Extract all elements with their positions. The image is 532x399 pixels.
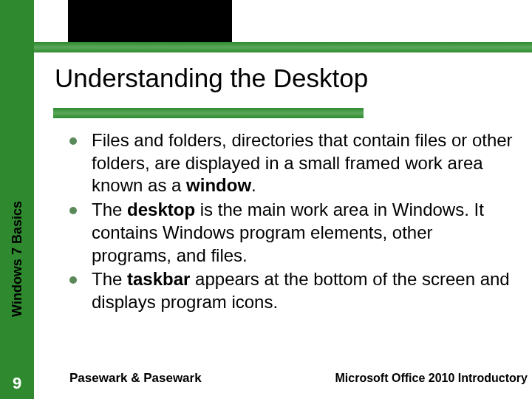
footer-left: Pasewark & Pasewark: [69, 371, 202, 386]
footer: Pasewark & Pasewark Microsoft Office 201…: [69, 371, 528, 386]
slide: Windows 7 Basics 9 Understanding the Des…: [0, 0, 532, 399]
bullet-icon: [69, 276, 77, 284]
bullet-text: The taskbar appears at the bottom of the…: [92, 268, 513, 313]
bullet-icon: [69, 207, 77, 214]
bullet-icon: [69, 137, 77, 145]
slide-title: Understanding the Desktop: [55, 64, 368, 93]
main-area: Understanding the Desktop Files and fold…: [34, 0, 532, 399]
list-item: Files and folders, directories that cont…: [69, 129, 513, 197]
title-underline-bar: [53, 108, 364, 118]
footer-right: Microsoft Office 2010 Introductory: [335, 372, 528, 385]
list-item: The taskbar appears at the bottom of the…: [69, 268, 513, 313]
header-green-bar: [34, 42, 532, 52]
page-number: 9: [0, 374, 34, 393]
bullet-text: The desktop is the main work area in Win…: [92, 199, 513, 267]
bullet-text: Files and folders, directories that cont…: [92, 129, 513, 197]
header: Understanding the Desktop: [34, 0, 532, 111]
header-dark-block: [68, 0, 232, 43]
bullet-list: Files and folders, directories that cont…: [69, 129, 513, 316]
list-item: The desktop is the main work area in Win…: [69, 199, 513, 267]
sidebar: Windows 7 Basics 9: [0, 0, 34, 399]
sidebar-label: Windows 7 Basics: [10, 201, 25, 317]
